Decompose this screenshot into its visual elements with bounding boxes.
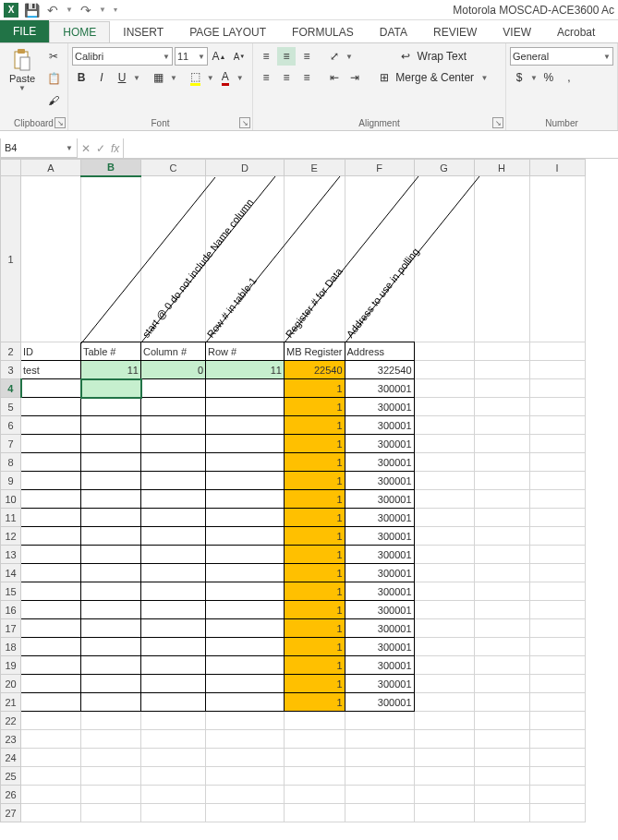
cell-F17[interactable]: 300001 (345, 619, 414, 638)
cell-B19[interactable] (81, 656, 141, 675)
cell-F16[interactable]: 300001 (345, 601, 414, 619)
cell-A13[interactable] (21, 546, 81, 564)
cell-H24[interactable] (474, 749, 529, 767)
cell-D25[interactable] (206, 767, 285, 786)
cell-C9[interactable] (141, 472, 206, 490)
cell-G27[interactable] (414, 804, 474, 822)
decrease-indent-icon[interactable]: ⇤ (325, 68, 344, 87)
cell-A4[interactable] (21, 379, 81, 398)
cell-B8[interactable] (81, 453, 141, 472)
cell-C22[interactable] (141, 712, 206, 730)
row-header-15[interactable]: 15 (1, 582, 21, 601)
cell-G25[interactable] (414, 767, 474, 786)
increase-font-icon[interactable]: A▲ (210, 47, 228, 66)
cell-H14[interactable] (474, 564, 529, 582)
cell-B11[interactable] (81, 509, 141, 527)
cell-A19[interactable] (21, 656, 81, 675)
qat-customize-icon[interactable]: ▾ (112, 6, 119, 14)
cell-C4[interactable] (141, 379, 206, 398)
cell-E21[interactable]: 1 (285, 693, 345, 712)
cell-A22[interactable] (21, 712, 81, 730)
cell-H25[interactable] (474, 767, 529, 786)
cell-E26[interactable] (285, 786, 345, 804)
copy-icon[interactable]: 📋 (44, 69, 63, 88)
cell-H27[interactable] (474, 804, 529, 822)
cell-E6[interactable]: 1 (285, 416, 345, 435)
cell-D7[interactable] (206, 435, 285, 453)
column-header-D[interactable]: D (206, 160, 285, 176)
cell-F13[interactable]: 300001 (345, 546, 414, 564)
cell-H8[interactable] (474, 453, 529, 472)
cell-F1[interactable]: Address to use in polling (345, 176, 414, 342)
italic-button[interactable]: I (92, 68, 111, 87)
paste-button[interactable]: Paste ▼ (4, 45, 41, 94)
cell-G6[interactable] (414, 416, 474, 435)
row-header-17[interactable]: 17 (1, 619, 21, 638)
cell-H6[interactable] (474, 416, 529, 435)
cell-H18[interactable] (474, 638, 529, 656)
align-center-icon[interactable]: ≡ (277, 68, 296, 87)
cell-E5[interactable]: 1 (285, 398, 345, 416)
cell-E11[interactable]: 1 (285, 509, 345, 527)
cell-H17[interactable] (474, 619, 529, 638)
alignment-dialog-launcher[interactable]: ↘ (492, 117, 503, 128)
cell-H16[interactable] (474, 601, 529, 619)
cell-B5[interactable] (81, 398, 141, 416)
fx-icon[interactable]: fx (111, 142, 119, 155)
decrease-font-icon[interactable]: A▼ (230, 47, 248, 66)
cell-I22[interactable] (529, 712, 585, 730)
cell-B10[interactable] (81, 490, 141, 509)
row-header-9[interactable]: 9 (1, 472, 21, 490)
cell-G9[interactable] (414, 472, 474, 490)
cell-E18[interactable]: 1 (285, 638, 345, 656)
cell-D1[interactable]: Row # in table-1 (206, 176, 285, 342)
row-header-8[interactable]: 8 (1, 453, 21, 472)
row-header-25[interactable]: 25 (1, 767, 21, 786)
align-top-icon[interactable]: ≡ (257, 47, 275, 66)
cell-D9[interactable] (206, 472, 285, 490)
column-header-I[interactable]: I (529, 160, 585, 176)
cell-I8[interactable] (529, 453, 585, 472)
cell-H21[interactable] (474, 693, 529, 712)
cell-C5[interactable] (141, 398, 206, 416)
cell-I15[interactable] (529, 582, 585, 601)
cell-C23[interactable] (141, 730, 206, 749)
cell-I5[interactable] (529, 398, 585, 416)
cell-E27[interactable] (285, 804, 345, 822)
cell-F9[interactable]: 300001 (345, 472, 414, 490)
cell-B17[interactable] (81, 619, 141, 638)
row-header-1[interactable]: 1 (1, 176, 21, 342)
cell-B4[interactable] (81, 379, 141, 398)
select-all-corner[interactable] (1, 160, 21, 176)
cell-D27[interactable] (206, 804, 285, 822)
cell-G17[interactable] (414, 619, 474, 638)
cell-C27[interactable] (141, 804, 206, 822)
cell-C13[interactable] (141, 546, 206, 564)
cell-G26[interactable] (414, 786, 474, 804)
align-middle-icon[interactable]: ≡ (277, 47, 296, 66)
cell-A1[interactable] (21, 176, 81, 342)
cell-D20[interactable] (206, 675, 285, 693)
cell-F23[interactable] (345, 730, 414, 749)
cell-F15[interactable]: 300001 (345, 582, 414, 601)
cell-E15[interactable]: 1 (285, 582, 345, 601)
cell-D22[interactable] (206, 712, 285, 730)
cell-C14[interactable] (141, 564, 206, 582)
enter-formula-icon[interactable]: ✓ (96, 142, 105, 155)
cell-C2[interactable]: Column # (141, 342, 206, 361)
fill-color-button[interactable]: ⬚ (187, 68, 205, 87)
cell-H20[interactable] (474, 675, 529, 693)
merge-center-button[interactable]: ⊞ Merge & Center ▼ (373, 68, 494, 87)
cell-G19[interactable] (414, 656, 474, 675)
cell-C25[interactable] (141, 767, 206, 786)
cell-G10[interactable] (414, 490, 474, 509)
cell-C17[interactable] (141, 619, 206, 638)
tab-acrobat[interactable]: Acrobat (544, 22, 608, 42)
cell-F11[interactable]: 300001 (345, 509, 414, 527)
cell-D12[interactable] (206, 527, 285, 546)
row-header-12[interactable]: 12 (1, 527, 21, 546)
column-header-A[interactable]: A (21, 160, 81, 176)
row-header-20[interactable]: 20 (1, 675, 21, 693)
clipboard-dialog-launcher[interactable]: ↘ (55, 117, 66, 128)
cell-I26[interactable] (529, 786, 585, 804)
